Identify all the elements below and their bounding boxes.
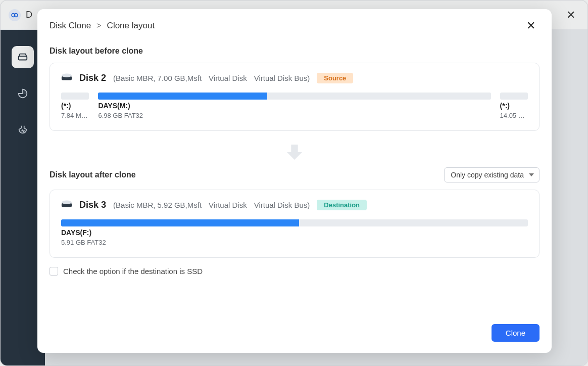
dest-disk-card: Disk 3 (Basic MBR, 5.92 GB,Msft Virtual … (50, 190, 540, 258)
partition-bar (61, 219, 528, 226)
ssd-option-row: Check the option if the destination is S… (50, 267, 540, 276)
source-badge: Source (317, 73, 353, 83)
partition-bar (98, 93, 491, 100)
before-section-title: Disk layout before clone (50, 47, 540, 56)
modal-body: Disk layout before clone Disk 2 (Basic M… (37, 39, 552, 316)
dest-disk-name: Disk 3 (79, 200, 106, 210)
hdd-icon (61, 199, 72, 210)
ssd-option-label: Check the option if the destination is S… (63, 267, 203, 276)
source-disk-head: Disk 2 (Basic MBR, 7.00 GB,Msft Virtual … (61, 72, 528, 83)
partition-label: (*:) (61, 102, 89, 110)
source-disk-bus: Virtual Disk Bus) (254, 74, 310, 82)
modal-header: Disk Clone > Clone layout ✕ (37, 9, 552, 39)
ssd-checkbox[interactable] (50, 267, 58, 276)
source-disk-type: Virtual Disk (209, 74, 247, 82)
modal-close-button[interactable]: ✕ (522, 18, 540, 33)
partition-sub: 5.91 GB FAT32 (61, 239, 528, 246)
partition-bar (61, 93, 89, 100)
breadcrumb-sep: > (96, 21, 102, 30)
partition-sub: 6.98 GB FAT32 (98, 112, 491, 119)
clone-layout-modal: Disk Clone > Clone layout ✕ Disk layout … (37, 9, 552, 353)
dest-disk-spec: (Basic MBR, 5.92 GB,Msft (113, 201, 202, 209)
source-partitions: (*:) 7.84 MB... DAYS(M:) 6.98 GB FAT32 (… (61, 93, 528, 119)
dest-disk-type: Virtual Disk (209, 201, 247, 209)
partition: DAYS(M:) 6.98 GB FAT32 (98, 93, 491, 119)
svg-point-6 (62, 201, 72, 204)
partition: DAYS(F:) 5.91 GB FAT32 (61, 219, 528, 246)
partition-sub: 14.05 M... (500, 112, 528, 119)
dest-disk-bus: Virtual Disk Bus) (254, 201, 310, 209)
dest-badge: Destination (317, 200, 367, 210)
source-disk-spec: (Basic MBR, 7.00 GB,Msft (113, 74, 202, 82)
dest-disk-head: Disk 3 (Basic MBR, 5.92 GB,Msft Virtual … (61, 199, 528, 210)
partition: (*:) 7.84 MB... (61, 93, 89, 119)
partition-label: DAYS(F:) (61, 228, 528, 237)
hdd-icon (61, 72, 72, 83)
partition-bar (500, 93, 528, 100)
copy-mode-value: Only copy existing data (451, 171, 524, 179)
partition: (*:) 14.05 M... (500, 93, 528, 119)
arrow-down-icon (50, 142, 540, 162)
chevron-down-icon (529, 173, 534, 176)
breadcrumb: Disk Clone > Clone layout (50, 21, 155, 31)
after-section-header: Disk layout after clone Only copy existi… (50, 167, 540, 182)
partition-label: DAYS(M:) (98, 102, 491, 110)
partition-label: (*:) (500, 102, 528, 110)
after-section-title: Disk layout after clone (50, 170, 136, 179)
source-disk-name: Disk 2 (79, 73, 106, 83)
breadcrumb-root[interactable]: Disk Clone (50, 21, 91, 30)
clone-button[interactable]: Clone (492, 324, 540, 342)
source-disk-card: Disk 2 (Basic MBR, 7.00 GB,Msft Virtual … (50, 63, 540, 131)
modal-footer: Clone (37, 316, 552, 353)
partition-sub: 7.84 MB... (61, 112, 89, 119)
dest-partitions: DAYS(F:) 5.91 GB FAT32 (61, 219, 528, 246)
breadcrumb-leaf: Clone layout (107, 21, 155, 30)
svg-point-4 (62, 74, 72, 77)
copy-mode-select[interactable]: Only copy existing data (444, 167, 540, 182)
